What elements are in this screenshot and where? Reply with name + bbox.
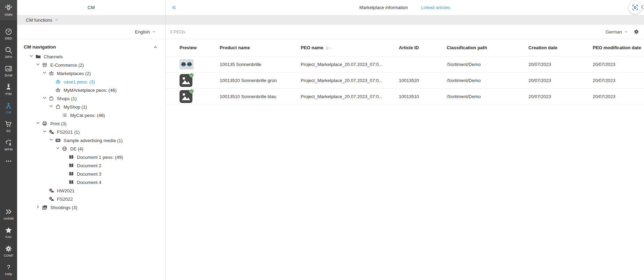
tree-item[interactable]: Document 4 [17, 178, 165, 186]
cm-functions-dropdown[interactable]: CM functions [17, 15, 165, 25]
tree-item-label: MyShop (1) [64, 104, 87, 110]
tree-item[interactable]: Document 2 [17, 161, 165, 170]
focus-scan-button[interactable] [629, 1, 642, 14]
rail-item-help[interactable]: ?Help [0, 260, 17, 279]
sunglasses-lens [187, 62, 192, 67]
svg-text:Ad: Ad [57, 139, 60, 141]
column-header-product-name[interactable]: Product name [220, 45, 301, 50]
tree-item-label: Shops (1) [57, 96, 76, 101]
rail-item-conf[interactable]: CONF [0, 242, 17, 260]
column-header-label: Article ID [399, 45, 419, 50]
tree-item[interactable]: HW2021 [17, 186, 165, 195]
rail-item-cm[interactable]: CM [0, 98, 17, 117]
column-header-peo-modification-date[interactable]: PEO modification date [593, 45, 644, 50]
column-header-peo-name[interactable]: PEO name1 [301, 45, 399, 50]
tab-linked-articles[interactable]: Linked articles [421, 5, 450, 10]
rail-item-sc[interactable]: SC [0, 117, 17, 135]
chevron-down-icon [29, 54, 34, 59]
svg-text:?: ? [7, 264, 10, 270]
tree-expander[interactable] [54, 146, 61, 152]
rail-item-fav[interactable]: FAV [0, 223, 17, 242]
rail-item-label: SC [6, 129, 11, 133]
column-header-article-id[interactable]: Article ID [399, 45, 447, 50]
tree-item[interactable]: FS2022 [17, 195, 165, 203]
table-row[interactable]: 10013520 Sonnenbrille grünProject_Market… [166, 72, 644, 88]
tree-item[interactable]: MyShop (1) [17, 103, 165, 111]
rail-item-dam[interactable]: DAM [0, 61, 17, 80]
gallery-icon [41, 205, 48, 210]
season-icon [48, 196, 55, 202]
tree-item[interactable]: DE (4) [17, 145, 165, 153]
classification-path-cell: /Sortiment/Demo [447, 78, 528, 83]
tree-item[interactable]: Channels [17, 52, 165, 61]
column-header-label: Preview [180, 45, 197, 50]
language-dropdown-panel[interactable]: English [17, 25, 165, 39]
product-name-cell: 10013510 Sonnenbrille blau [220, 94, 301, 99]
functions-band-spacer [166, 15, 644, 25]
table-row[interactable]: 100135 SonnenbrilleProject_Marketplace_2… [166, 56, 644, 72]
list-icon [61, 112, 68, 118]
cart-icon [5, 120, 13, 128]
tree-item[interactable]: Print (3) [17, 119, 165, 128]
rail-item-label: SRH [5, 55, 12, 59]
rail-item-omn[interactable]: OMN [0, 0, 17, 20]
tree-expander[interactable] [35, 62, 41, 68]
bee-logo-icon [5, 4, 13, 12]
chevron-down-icon [624, 30, 628, 34]
tree-expander[interactable] [28, 54, 35, 59]
classification-path-cell: /Sortiment/Demo [447, 94, 528, 99]
column-header-label: PEO name [301, 45, 323, 50]
main-content: Marketplace informationLinked articles 3… [166, 0, 644, 280]
language-dropdown-main[interactable]: German [606, 29, 628, 35]
rail-item-unfold[interactable]: Unfold [0, 205, 17, 223]
book-icon [68, 179, 75, 185]
star-icon [5, 226, 13, 234]
tree-expander[interactable] [35, 121, 41, 126]
tree-item[interactable]: MyMArketplace peos: (46) [17, 86, 165, 94]
tree-item[interactable]: Document 1 peos: (49) [17, 153, 165, 161]
chevron-down-icon [42, 71, 47, 76]
chevron-up-icon[interactable] [153, 45, 158, 49]
rail-item-dbd[interactable]: DBD [0, 24, 17, 43]
image-placeholder-thumb [180, 74, 192, 87]
column-header-creation-date[interactable]: Creation date [528, 45, 593, 50]
rail-item-wfm[interactable]: WFM [0, 135, 17, 154]
rail-item-label: Unfold [3, 216, 14, 220]
tree-item[interactable]: FS2021 (1) [17, 128, 165, 136]
tree-item[interactable]: Shootings (3) [17, 203, 165, 212]
table-settings-gear-icon[interactable] [633, 29, 639, 35]
tree-item[interactable]: AdSample advertising media (1) [17, 136, 165, 145]
article-id-cell: 10013520 [399, 78, 447, 83]
table-row[interactable]: 10013510 Sonnenbrille blauProject_Market… [166, 88, 644, 104]
tree-item[interactable]: E-Commerce (2) [17, 61, 165, 69]
collapse-panel-button[interactable] [170, 4, 177, 11]
tree-item[interactable]: Marketplaces (2) [17, 69, 165, 78]
peo-table: PreviewProduct namePEO name1Article IDCl… [166, 39, 644, 280]
tree-expander[interactable] [35, 205, 41, 210]
chevron-down-icon [42, 96, 47, 101]
rail-item-more[interactable] [0, 154, 17, 168]
workflow-icon [5, 139, 13, 147]
tree-expander[interactable] [48, 138, 54, 143]
tree-expander[interactable] [48, 104, 54, 110]
tree-item-label: Document 3 [77, 171, 101, 177]
column-header-classification-path[interactable]: Classification path [447, 45, 528, 50]
tree-expander[interactable] [41, 96, 48, 101]
tree-item[interactable]: Document 3 [17, 170, 165, 178]
tree-item[interactable]: case1 peos: (3) [17, 78, 165, 86]
rail-item-srh[interactable]: SRH [0, 43, 17, 61]
tree-item[interactable]: Shops (1) [17, 94, 165, 103]
main-tab-bar: Marketplace informationLinked articles [166, 0, 644, 15]
cm-navigation-header: CM navigation [17, 39, 165, 51]
tree-item[interactable]: MyCat peos: (46) [17, 111, 165, 119]
bag-icon [48, 96, 55, 101]
column-header-preview[interactable]: Preview [166, 45, 220, 50]
tree-expander[interactable] [41, 71, 48, 76]
preview-cell [166, 90, 220, 103]
tab-marketplace-information[interactable]: Marketplace information [359, 5, 408, 10]
chevron-down-icon [55, 18, 58, 22]
table-header-row: PreviewProduct namePEO name1Article IDCl… [166, 39, 644, 56]
tree-expander[interactable] [41, 129, 48, 135]
sunglasses-photo-thumb [180, 59, 193, 69]
rail-item-pim[interactable]: PPIM [0, 80, 17, 98]
